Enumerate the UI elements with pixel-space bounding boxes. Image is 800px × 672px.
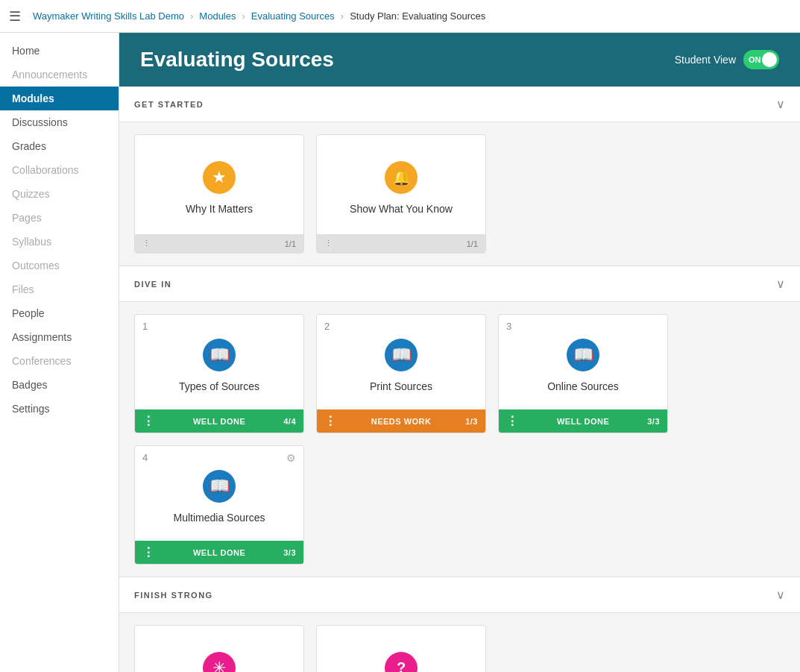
card-number-multimedia-sources: 4 (142, 452, 148, 463)
card-online-sources[interactable]: 3 📖 Online Sources ⋮ WELL DONE 3/3 (498, 314, 668, 433)
toggle-knob (762, 52, 777, 67)
section-get-started: GET STARTED ∨ ★ Why It Matters ⋮ 1/1 (119, 87, 800, 266)
student-view-toggle[interactable]: ON (743, 50, 779, 69)
card-footer-online-sources: ⋮ WELL DONE 3/3 (499, 409, 667, 433)
section-title-finish-strong: FINISH STRONG (134, 591, 213, 600)
sidebar-item-files[interactable]: Files (0, 277, 119, 301)
card-body-multimedia-sources: 📖 Multimedia Sources (135, 446, 303, 541)
student-view-label: Student View (675, 54, 736, 66)
card-icon-multimedia-sources: 📖 (203, 470, 236, 503)
card-print-sources[interactable]: 2 📖 Print Sources ⋮ NEEDS WORK 1/3 (316, 314, 486, 433)
card-icon-show-what-you-know: 🔔 (385, 161, 418, 194)
card-body-why-it-matters: ★ Why It Matters (135, 135, 303, 234)
card-score-types-of-sources: 4/4 (283, 417, 296, 426)
card-body-ready-for-quiz: ? Ready for the Quiz? (317, 626, 485, 672)
breadcrumb-sep-3: › (341, 10, 344, 22)
card-label-types-of-sources: WELL DONE (193, 417, 245, 426)
card-body-types-of-sources: 📖 Types of Sources (135, 315, 303, 409)
breadcrumb-current: Study Plan: Evaluating Sources (350, 10, 485, 22)
sidebar-item-outcomes[interactable]: Outcomes (0, 254, 119, 277)
card-title-why-it-matters: Why It Matters (186, 203, 253, 215)
card-body-show-what-you-know: 🔔 Show What You Know (317, 135, 485, 234)
breadcrumb-link-modules[interactable]: Modules (199, 10, 236, 22)
student-view-control: Student View ON (675, 50, 779, 69)
sidebar-item-badges[interactable]: Badges (0, 373, 119, 397)
dots-icon-multimedia-sources[interactable]: ⋮ (142, 545, 155, 559)
card-title-show-what-you-know: Show What You Know (350, 203, 453, 215)
dots-icon-show-what-you-know[interactable]: ⋮ (324, 239, 333, 248)
card-title-online-sources: Online Sources (547, 380, 619, 392)
card-footer-multimedia-sources: ⋮ WELL DONE 3/3 (135, 541, 303, 564)
sidebar-item-conferences[interactable]: Conferences (0, 349, 119, 373)
card-title-print-sources: Print Sources (370, 380, 432, 392)
cards-grid-dive-in: 1 📖 Types of Sources ⋮ WELL DONE 4/4 2 (119, 302, 800, 577)
sidebar-item-settings[interactable]: Settings (0, 397, 119, 421)
section-header-get-started[interactable]: GET STARTED ∨ (119, 87, 800, 122)
section-title-dive-in: DIVE IN (134, 280, 171, 289)
sidebar: Home Announcements Modules Discussions G… (0, 33, 119, 672)
breadcrumb-sep-2: › (242, 10, 245, 22)
card-label-multimedia-sources: WELL DONE (193, 548, 245, 557)
card-icon-ready-for-quiz: ? (385, 652, 418, 673)
dots-icon-online-sources[interactable]: ⋮ (506, 414, 519, 428)
sidebar-item-pages[interactable]: Pages (0, 206, 119, 230)
sidebar-item-home[interactable]: Home (0, 39, 119, 63)
card-icon-online-sources: 📖 (567, 339, 599, 371)
card-multimedia-sources[interactable]: 4 ⚙ 📖 Multimedia Sources ⋮ WELL DONE 3/3 (134, 445, 304, 565)
gear-icon-multimedia-sources[interactable]: ⚙ (286, 452, 296, 464)
section-title-get-started: GET STARTED (134, 100, 204, 109)
topbar: ☰ Waymaker Writing Skills Lab Demo › Mod… (0, 0, 800, 33)
chevron-get-started: ∨ (776, 97, 785, 111)
sidebar-item-modules[interactable]: Modules (0, 87, 119, 110)
card-icon-putting-it-together: ✳ (203, 652, 236, 673)
page-layout: Home Announcements Modules Discussions G… (0, 33, 800, 672)
card-footer-why-it-matters: ⋮ 1/1 (135, 234, 303, 253)
card-number-online-sources: 3 (506, 321, 511, 332)
sidebar-item-collaborations[interactable]: Collaborations (0, 158, 119, 182)
card-score-online-sources: 3/3 (647, 417, 660, 426)
card-icon-print-sources: 📖 (385, 339, 418, 371)
card-label-online-sources: WELL DONE (557, 417, 609, 426)
dots-icon-print-sources[interactable]: ⋮ (324, 414, 337, 428)
sidebar-item-announcements[interactable]: Announcements (0, 63, 119, 87)
card-number-print-sources: 2 (324, 321, 330, 332)
section-header-finish-strong[interactable]: FINISH STRONG ∨ (119, 577, 800, 613)
toggle-on-label: ON (749, 55, 761, 64)
card-putting-it-together[interactable]: ✳ Putting It Together ⋮ 0/1 (134, 625, 304, 672)
page-title: Evaluating Sources (140, 48, 334, 72)
dots-icon-types-of-sources[interactable]: ⋮ (142, 414, 155, 428)
page-header: Evaluating Sources Student View ON (119, 33, 800, 87)
card-why-it-matters[interactable]: ★ Why It Matters ⋮ 1/1 (134, 134, 304, 254)
card-footer-print-sources: ⋮ NEEDS WORK 1/3 (317, 409, 485, 433)
sidebar-item-discussions[interactable]: Discussions (0, 110, 119, 134)
sidebar-item-syllabus[interactable]: Syllabus (0, 230, 119, 254)
card-body-putting-it-together: ✳ Putting It Together (135, 626, 303, 672)
card-types-of-sources[interactable]: 1 📖 Types of Sources ⋮ WELL DONE 4/4 (134, 314, 304, 433)
breadcrumb-link-course[interactable]: Waymaker Writing Skills Lab Demo (33, 10, 184, 22)
card-score-print-sources: 1/3 (465, 417, 478, 426)
chevron-finish-strong: ∨ (776, 588, 785, 602)
sidebar-item-quizzes[interactable]: Quizzes (0, 182, 119, 206)
card-score-multimedia-sources: 3/3 (283, 548, 296, 557)
card-icon-types-of-sources: 📖 (203, 339, 236, 371)
breadcrumb-link-evaluating[interactable]: Evaluating Sources (251, 10, 335, 22)
chevron-dive-in: ∨ (776, 277, 785, 291)
breadcrumb-sep-1: › (190, 10, 193, 22)
card-title-multimedia-sources: Multimedia Sources (174, 512, 265, 524)
dots-icon-why-it-matters[interactable]: ⋮ (142, 239, 151, 248)
card-footer-types-of-sources: ⋮ WELL DONE 4/4 (135, 409, 303, 433)
sidebar-item-people[interactable]: People (0, 301, 119, 325)
section-finish-strong: FINISH STRONG ∨ ✳ Putting It Together ⋮ … (119, 577, 800, 672)
card-ready-for-quiz[interactable]: ? Ready for the Quiz? ⋮ 0/1 (316, 625, 486, 672)
card-title-types-of-sources: Types of Sources (179, 380, 259, 392)
card-score-why-it-matters: 1/1 (285, 239, 296, 248)
sidebar-item-assignments[interactable]: Assignments (0, 325, 119, 349)
card-icon-why-it-matters: ★ (203, 161, 236, 194)
menu-icon[interactable]: ☰ (9, 8, 21, 25)
card-score-show-what-you-know: 1/1 (467, 239, 478, 248)
cards-grid-get-started: ★ Why It Matters ⋮ 1/1 🔔 Show What You K… (119, 122, 800, 266)
card-show-what-you-know[interactable]: 🔔 Show What You Know ⋮ 1/1 (316, 134, 486, 254)
card-body-online-sources: 📖 Online Sources (499, 315, 667, 409)
sidebar-item-grades[interactable]: Grades (0, 134, 119, 158)
section-header-dive-in[interactable]: DIVE IN ∨ (119, 266, 800, 302)
